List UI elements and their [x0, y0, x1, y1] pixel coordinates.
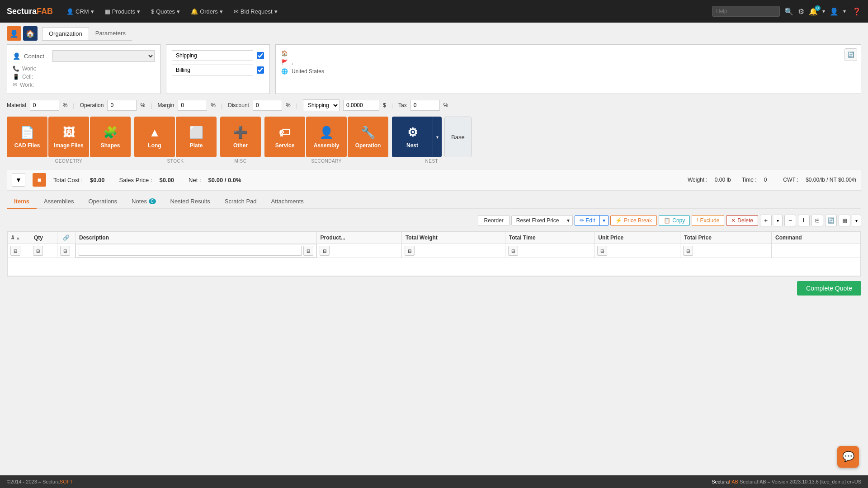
- refresh-address-btn[interactable]: 🔄: [844, 48, 857, 61]
- reset-fixed-price-dropdown-btn[interactable]: ▾: [564, 215, 573, 226]
- discount-pct: %: [286, 102, 291, 108]
- help-input[interactable]: [712, 6, 780, 17]
- margin-input[interactable]: [178, 100, 207, 111]
- col-num: # ▲: [8, 232, 30, 244]
- nest-btn[interactable]: ⚙ Nest: [392, 117, 433, 157]
- nest-dropdown-btn[interactable]: ▾: [433, 117, 442, 157]
- filter-link-btn[interactable]: ⊟: [60, 246, 70, 256]
- sub-tab-assemblies[interactable]: Assemblies: [37, 194, 81, 209]
- image-files-btn[interactable]: 🖼 Image Files: [48, 117, 89, 157]
- user-icon: 👤: [66, 8, 74, 15]
- service-icon: 🏷: [279, 126, 291, 140]
- complete-quote-btn[interactable]: Complete Quote: [797, 281, 861, 296]
- gear-icon[interactable]: ⚙: [798, 7, 804, 16]
- refresh-btn[interactable]: 🔄: [825, 215, 837, 226]
- edit-dropdown-btn[interactable]: ▾: [600, 215, 609, 226]
- plate-btn[interactable]: ⬜ Plate: [176, 117, 217, 157]
- filter-unit-price: ⊟: [594, 244, 680, 258]
- operation-icon: 🔧: [361, 126, 375, 140]
- filter-total-weight-btn[interactable]: ⊟: [405, 246, 415, 256]
- help-question-icon[interactable]: ❓: [852, 7, 861, 16]
- discount-input[interactable]: [253, 100, 282, 111]
- filter-link: ⊟: [57, 244, 75, 258]
- filter-description: ⊟: [75, 244, 316, 258]
- margin-pct: %: [211, 102, 216, 108]
- shipping-checkbox[interactable]: [257, 52, 264, 59]
- contact-select[interactable]: [52, 50, 155, 62]
- address-info-box: 🔄 🏠 🚩 , 🌐 United States: [275, 44, 861, 94]
- cad-files-label: CAD Files: [14, 142, 40, 149]
- service-btn[interactable]: 🏷 Service: [264, 117, 305, 157]
- reset-fixed-price-btn[interactable]: Reset Fixed Price: [511, 215, 564, 226]
- shipping-input[interactable]: [172, 50, 253, 61]
- filter-product-btn[interactable]: ⊟: [320, 246, 330, 256]
- nav-item-crm[interactable]: 👤 CRM ▾: [62, 5, 99, 18]
- long-btn[interactable]: ▲ Long: [134, 117, 175, 157]
- sub-tab-attachments[interactable]: Attachments: [264, 194, 311, 209]
- filter-description-btn[interactable]: ⊟: [303, 246, 313, 256]
- price-break-btn[interactable]: ⚡ Price Break: [610, 215, 657, 226]
- shipping-dropdown[interactable]: Shipping: [303, 99, 340, 111]
- exclude-btn[interactable]: ! Exclude: [692, 215, 724, 226]
- filter-num-btn[interactable]: ⊟: [10, 246, 20, 256]
- filter-toolbar-btn[interactable]: ⊟: [811, 215, 823, 226]
- icon-buttons-row: 👤 🏠: [7, 26, 38, 41]
- operation-btn[interactable]: 🔧 Operation: [348, 117, 388, 157]
- assembly-btn[interactable]: 👤 Assembly: [306, 117, 347, 157]
- filter-qty-btn[interactable]: ⊟: [33, 246, 43, 256]
- filter-unit-price-btn[interactable]: ⊟: [597, 246, 607, 256]
- chat-btn[interactable]: 💬: [837, 446, 859, 468]
- base-btn[interactable]: Base: [444, 117, 472, 157]
- grid-view-btn[interactable]: ▦: [839, 215, 850, 226]
- sub-tab-items[interactable]: Items: [7, 194, 37, 209]
- sub-tab-operations[interactable]: Operations: [81, 194, 124, 209]
- other-icon: ➕: [233, 126, 248, 140]
- tax-input[interactable]: [410, 100, 440, 111]
- reorder-btn[interactable]: Reorder: [478, 215, 509, 226]
- delete-btn[interactable]: ✕ Delete: [726, 215, 758, 226]
- items-table: # ▲ Qty 🔗 Description Product...: [7, 231, 861, 276]
- nav-item-products[interactable]: ▦ Products ▾: [100, 5, 145, 18]
- tab-parameters[interactable]: Parameters: [89, 27, 132, 40]
- nav-item-bid-request[interactable]: ✉ Bid Request ▾: [229, 5, 282, 18]
- orange-square-btn[interactable]: ■: [33, 173, 46, 187]
- cad-files-btn[interactable]: 📄 CAD Files: [7, 117, 47, 157]
- shapes-btn[interactable]: 🧩 Shapes: [90, 117, 131, 157]
- edit-btn[interactable]: ✏ Edit: [575, 215, 600, 226]
- person-icon-btn[interactable]: 👤: [7, 26, 21, 41]
- billing-input[interactable]: [172, 65, 253, 75]
- more-options-btn[interactable]: ▾: [852, 215, 861, 226]
- description-filter-input[interactable]: [79, 246, 302, 256]
- search-icon[interactable]: 🔍: [784, 7, 793, 16]
- filter-total-price-btn[interactable]: ⊟: [683, 246, 693, 256]
- info-btn[interactable]: i: [798, 215, 810, 226]
- total-cost-label: Total Cost :: [53, 177, 83, 183]
- down-arrow-btn[interactable]: ▼: [12, 173, 25, 187]
- add-btn[interactable]: +: [760, 215, 772, 226]
- stock-label: STOCK: [167, 159, 184, 164]
- material-input[interactable]: [30, 100, 59, 111]
- reset-fixed-price-group: Reset Fixed Price ▾: [511, 215, 573, 226]
- tab-organization[interactable]: Organization: [42, 27, 89, 40]
- other-btn[interactable]: ➕ Other: [220, 117, 261, 157]
- num-col-label: #: [11, 235, 14, 241]
- nav-item-quotes[interactable]: $ Quotes ▾: [146, 5, 184, 18]
- home-icon-btn[interactable]: 🏠: [23, 26, 38, 41]
- notifications-icon[interactable]: 🔔 0: [809, 7, 818, 16]
- add-dropdown-btn[interactable]: ▾: [774, 215, 783, 226]
- sub-tab-notes[interactable]: Notes 0: [124, 194, 163, 209]
- user-account-icon[interactable]: 👤: [830, 7, 839, 16]
- sub-tab-nested-results[interactable]: Nested Results: [163, 194, 217, 209]
- billing-checkbox[interactable]: [257, 66, 264, 74]
- nav-label-quotes: Quotes: [156, 8, 175, 15]
- col-unit-price: Unit Price: [594, 232, 680, 244]
- copy-btn[interactable]: 📋 Copy: [659, 215, 690, 226]
- operation-input[interactable]: [107, 100, 137, 111]
- total-time-col-label: Total Time: [509, 235, 536, 241]
- minus-btn[interactable]: −: [784, 215, 796, 226]
- filter-total-time-btn[interactable]: ⊟: [508, 246, 518, 256]
- sub-tab-scratch-pad[interactable]: Scratch Pad: [217, 194, 264, 209]
- shipping-value-input[interactable]: [343, 100, 379, 111]
- sort-up-icon[interactable]: ▲: [16, 235, 20, 240]
- nav-item-orders[interactable]: 🔔 Orders ▾: [186, 5, 227, 18]
